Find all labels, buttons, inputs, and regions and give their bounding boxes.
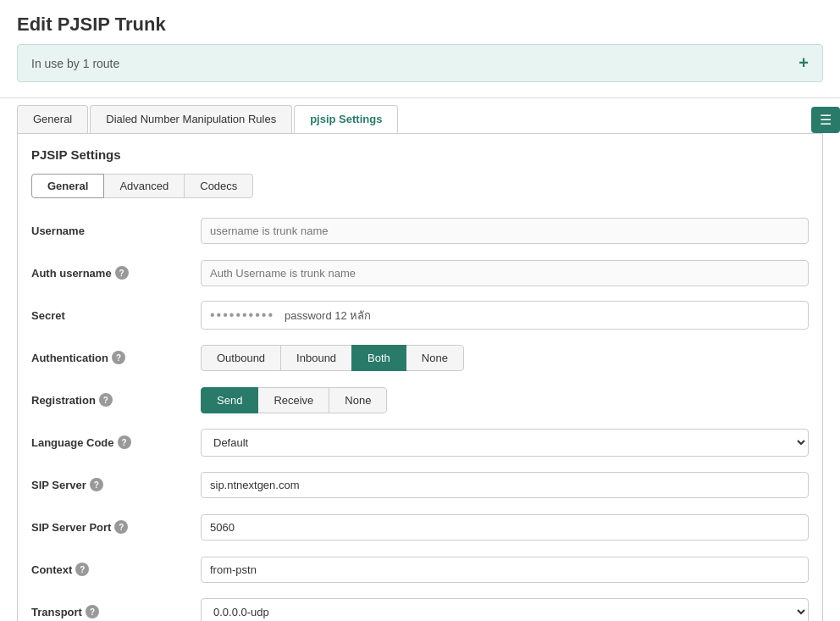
auth-username-row: Auth username ?: [31, 258, 809, 288]
username-input[interactable]: [201, 218, 809, 244]
sip-server-port-label: SIP Server Port ?: [31, 520, 201, 534]
sip-server-port-help-icon[interactable]: ?: [114, 520, 128, 534]
sip-server-input[interactable]: [201, 472, 809, 498]
context-label: Context ?: [31, 563, 201, 576]
auth-inbound-btn[interactable]: Inbound: [280, 345, 352, 371]
context-input[interactable]: [201, 557, 809, 583]
username-row: Username: [31, 215, 809, 246]
language-code-label: Language Code ?: [31, 435, 201, 449]
tab-dnmr[interactable]: Dialed Number Manipulation Rules: [90, 105, 292, 133]
authentication-row: Authentication ? Outbound Inbound Both N…: [31, 342, 809, 373]
transport-label: Transport ?: [31, 605, 201, 618]
language-code-help-icon[interactable]: ?: [118, 435, 131, 449]
sub-tabs: General Advanced Codecs: [31, 174, 809, 198]
registration-help-icon[interactable]: ?: [99, 393, 113, 407]
sip-server-row: SIP Server ?: [31, 469, 809, 500]
username-label: Username: [31, 225, 201, 237]
context-row: Context ?: [31, 554, 809, 585]
reg-send-btn[interactable]: Send: [201, 387, 258, 413]
secret-hint: password 12 หลัก: [285, 307, 371, 324]
auth-none-btn[interactable]: None: [406, 345, 464, 371]
in-use-banner: In use by 1 route +: [17, 44, 823, 82]
secret-row: Secret •••••••••• password 12 หลัก: [31, 300, 809, 330]
page-title: Edit PJSIP Trunk: [17, 14, 823, 36]
transport-row: Transport ? 0.0.0.0-udp: [31, 596, 809, 621]
sip-server-port-input[interactable]: [201, 514, 809, 541]
authentication-label: Authentication ?: [31, 351, 201, 364]
auth-username-label: Auth username ?: [31, 266, 201, 280]
auth-both-btn[interactable]: Both: [351, 345, 406, 371]
authentication-help-icon[interactable]: ?: [112, 351, 125, 364]
reg-none-btn[interactable]: None: [329, 387, 387, 413]
subtab-general[interactable]: General: [31, 174, 104, 198]
secret-field[interactable]: •••••••••• password 12 หลัก: [201, 301, 809, 330]
sip-server-label: SIP Server ?: [31, 478, 201, 491]
transport-select[interactable]: 0.0.0.0-udp: [201, 598, 809, 622]
registration-label: Registration ?: [31, 393, 201, 407]
tab-general[interactable]: General: [17, 105, 88, 133]
registration-btn-group: Send Receive None: [201, 387, 387, 413]
subtab-advanced[interactable]: Advanced: [103, 174, 185, 198]
subtab-codecs[interactable]: Codecs: [184, 174, 253, 198]
context-help-icon[interactable]: ?: [75, 563, 89, 576]
reg-receive-btn[interactable]: Receive: [257, 387, 329, 413]
secret-dots: ••••••••••: [210, 308, 274, 323]
secret-label: Secret: [31, 309, 201, 322]
authentication-btn-group: Outbound Inbound Both None: [201, 345, 464, 371]
transport-help-icon[interactable]: ?: [86, 605, 99, 618]
sip-server-port-row: SIP Server Port ?: [31, 512, 809, 542]
in-use-text: In use by 1 route: [31, 57, 119, 70]
pjsip-settings-panel: PJSIP Settings General Advanced Codecs U…: [17, 133, 823, 621]
language-code-row: Language Code ? Default: [31, 427, 809, 457]
auth-username-input[interactable]: [201, 260, 809, 286]
sip-server-help-icon[interactable]: ?: [90, 478, 103, 491]
add-route-button[interactable]: +: [799, 53, 809, 73]
registration-row: Registration ? Send Receive None: [31, 385, 809, 415]
main-tabs: General Dialed Number Manipulation Rules…: [0, 105, 840, 133]
language-code-select[interactable]: Default: [201, 429, 809, 457]
auth-username-help-icon[interactable]: ?: [115, 266, 129, 280]
auth-outbound-btn[interactable]: Outbound: [201, 345, 281, 371]
tab-pjsip[interactable]: pjsip Settings: [294, 105, 398, 133]
list-icon-button[interactable]: ☰: [811, 107, 840, 133]
section-title: PJSIP Settings: [31, 147, 809, 162]
